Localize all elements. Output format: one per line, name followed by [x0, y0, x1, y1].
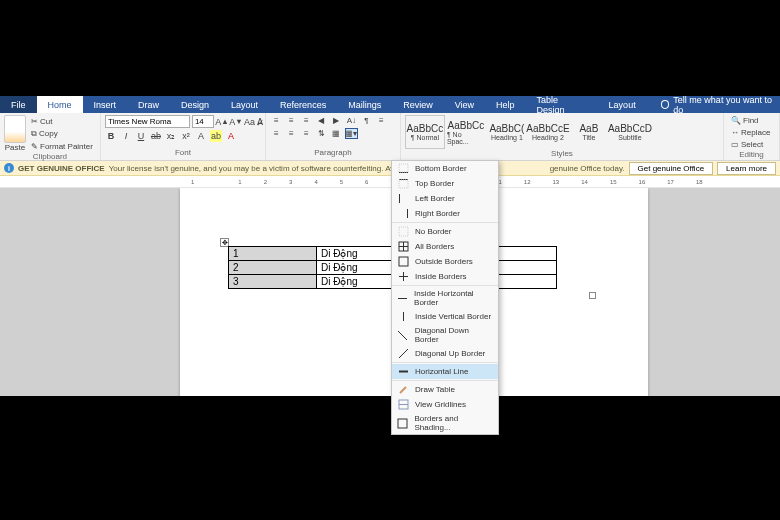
replace-button[interactable]: ↔Replace — [728, 127, 775, 138]
clear-format-button[interactable]: A̷ — [257, 116, 263, 128]
tab-home[interactable]: Home — [37, 96, 83, 113]
group-paragraph-label: Paragraph — [270, 148, 396, 158]
find-button[interactable]: 🔍Find — [728, 115, 775, 126]
group-clipboard-label: Clipboard — [4, 152, 96, 162]
svg-rect-10 — [399, 257, 408, 266]
grow-font-button[interactable]: A▲ — [216, 116, 228, 128]
tab-table-design[interactable]: Table Design — [526, 96, 598, 113]
warn-msg2: genuine Office today. — [550, 164, 625, 173]
horizontal-ruler[interactable]: 1123456789101112131415161718 — [0, 176, 780, 188]
border-menu-du[interactable]: Diagonal Up Border — [392, 346, 498, 361]
border-menu-draw[interactable]: Draw Table — [392, 382, 498, 397]
tab-insert[interactable]: Insert — [83, 96, 128, 113]
learn-more-button[interactable]: Learn more — [717, 162, 776, 175]
align-center-button[interactable]: ≡ — [270, 128, 283, 139]
multilevel-button[interactable]: ≡ — [300, 115, 313, 126]
outside-border-icon — [397, 256, 409, 267]
tab-layout2[interactable]: Layout — [598, 96, 647, 113]
increase-indent-button[interactable]: ▶ — [330, 115, 343, 126]
border-menu-hl[interactable]: Horizontal Line — [392, 364, 498, 379]
italic-button[interactable]: I — [120, 130, 132, 142]
search-icon: 🔍 — [731, 116, 741, 125]
change-case-button[interactable]: Aa — [244, 116, 255, 128]
tab-mailings[interactable]: Mailings — [337, 96, 392, 113]
align-left-button[interactable]: ≡ — [375, 115, 388, 126]
border-menu-ih[interactable]: Inside Horizontal Border — [392, 287, 498, 309]
tab-view[interactable]: View — [444, 96, 485, 113]
right-border-icon — [397, 208, 409, 219]
inside-border-icon — [397, 271, 409, 282]
border-menu-left[interactable]: Left Border — [392, 191, 498, 206]
underline-button[interactable]: U — [135, 130, 147, 142]
style-5[interactable]: AaBbCcDSubtitle — [610, 115, 650, 149]
superscript-button[interactable]: x² — [180, 130, 192, 142]
font-color-button[interactable]: A — [225, 130, 237, 142]
borders-button[interactable]: ▦▾ — [345, 128, 358, 139]
strike-button[interactable]: ab — [150, 130, 162, 142]
bullets-button[interactable]: ≡ — [270, 115, 283, 126]
group-font-label: Font — [105, 148, 261, 158]
tab-draw[interactable]: Draw — [127, 96, 170, 113]
border-menu-no[interactable]: No Border — [392, 224, 498, 239]
tell-me-label: Tell me what you want to do — [673, 95, 780, 115]
border-menu-inside[interactable]: Inside Borders — [392, 269, 498, 284]
border-menu-grid[interactable]: View Gridlines — [392, 397, 498, 412]
align-right-button[interactable]: ≡ — [285, 128, 298, 139]
show-marks-button[interactable]: ¶ — [360, 115, 373, 126]
justify-button[interactable]: ≡ — [300, 128, 313, 139]
format-painter-button[interactable]: ✎Format Painter — [28, 141, 96, 152]
tab-design[interactable]: Design — [170, 96, 220, 113]
lightbulb-icon — [661, 100, 670, 109]
copy-button[interactable]: ⧉Copy — [28, 128, 96, 140]
subscript-button[interactable]: x₂ — [165, 130, 177, 142]
tab-help[interactable]: Help — [485, 96, 526, 113]
decrease-indent-button[interactable]: ◀ — [315, 115, 328, 126]
style-3[interactable]: AaBbCcEHeading 2 — [528, 115, 568, 149]
get-genuine-button[interactable]: Get genuine Office — [629, 162, 714, 175]
paste-button[interactable]: Paste — [4, 115, 26, 152]
all-border-icon — [397, 241, 409, 252]
font-name-select[interactable] — [105, 115, 190, 128]
group-styles-label: Styles — [405, 149, 719, 159]
border-menu-dd[interactable]: Diagonal Down Border — [392, 324, 498, 346]
line-spacing-button[interactable]: ⇅ — [315, 128, 328, 139]
paste-icon — [4, 115, 26, 143]
cursor-icon: ▭ — [731, 140, 739, 149]
group-editing: 🔍Find ↔Replace ▭Select Editing — [724, 113, 780, 160]
style-2[interactable]: AaBbC(Heading 1 — [487, 115, 527, 149]
svg-rect-5 — [407, 209, 408, 218]
border-menu-all[interactable]: All Borders — [392, 239, 498, 254]
border-menu-iv[interactable]: Inside Vertical Border — [392, 309, 498, 324]
border-menu-bottom[interactable]: Bottom Border — [392, 161, 498, 176]
select-button[interactable]: ▭Select — [728, 139, 775, 150]
svg-rect-1 — [399, 164, 408, 172]
table-resize-handle[interactable] — [589, 292, 596, 299]
tab-references[interactable]: References — [269, 96, 337, 113]
style-0[interactable]: AaBbCc¶ Normal — [405, 115, 445, 149]
bottom-border-icon — [397, 163, 409, 174]
highlight-button[interactable]: ab — [210, 130, 222, 142]
border-menu-shade[interactable]: Borders and Shading... — [392, 412, 498, 434]
text-effects-button[interactable]: A — [195, 130, 207, 142]
bold-button[interactable]: B — [105, 130, 117, 142]
shrink-font-button[interactable]: A▼ — [230, 116, 242, 128]
numbering-button[interactable]: ≡ — [285, 115, 298, 126]
sort-button[interactable]: A↓ — [345, 115, 358, 126]
tab-file[interactable]: File — [0, 96, 37, 113]
style-4[interactable]: AaBTitle — [569, 115, 609, 149]
ribbon: Paste ✂Cut ⧉Copy ✎Format Painter Clipboa… — [0, 113, 780, 161]
tab-layout[interactable]: Layout — [220, 96, 269, 113]
border-menu-right[interactable]: Right Border — [392, 206, 498, 221]
shading-button[interactable]: ▦ — [330, 128, 343, 139]
svg-line-16 — [399, 349, 408, 358]
border-menu-top[interactable]: Top Border — [392, 176, 498, 191]
tab-review[interactable]: Review — [392, 96, 444, 113]
cut-button[interactable]: ✂Cut — [28, 116, 96, 127]
style-1[interactable]: AaBbCc¶ No Spac... — [446, 115, 486, 149]
tell-me[interactable]: Tell me what you want to do — [661, 95, 780, 115]
shade-border-icon — [397, 418, 409, 429]
font-size-select[interactable] — [192, 115, 214, 128]
border-menu-outside[interactable]: Outside Borders — [392, 254, 498, 269]
svg-rect-6 — [399, 227, 408, 236]
no-border-icon — [397, 226, 409, 237]
